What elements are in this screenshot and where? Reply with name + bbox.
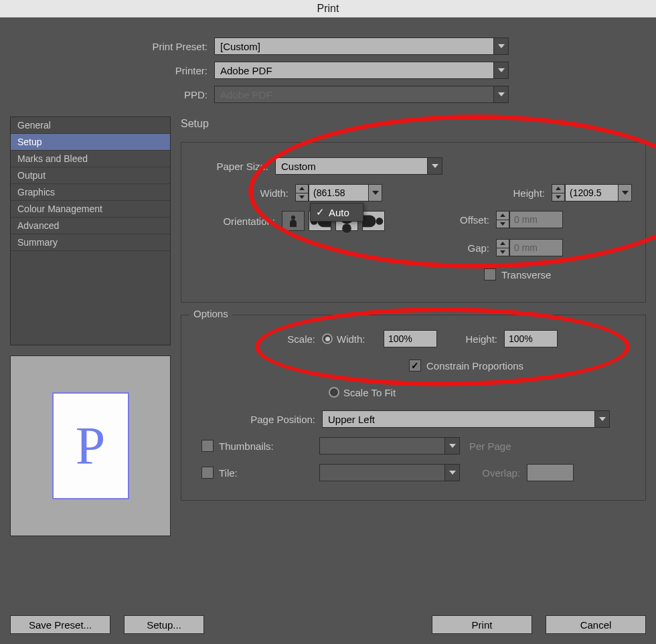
- preview-glyph: P: [76, 416, 106, 477]
- printer-label: Printer:: [27, 65, 214, 76]
- dialog-title: Print: [317, 3, 339, 14]
- header-fields: Print Preset: [Custom] Printer: Adobe PD…: [0, 17, 656, 116]
- transverse-label: Transverse: [501, 269, 551, 280]
- chevron-down-icon: [493, 38, 508, 54]
- constrain-label: Constrain Proportions: [426, 360, 523, 372]
- scale-to-fit-label: Scale To Fit: [343, 387, 396, 398]
- chevron-down-icon: [369, 184, 382, 202]
- chevron-down-icon: [427, 158, 442, 174]
- paper-size-label: Paper Size:: [195, 161, 275, 172]
- tile-checkbox[interactable]: [201, 467, 214, 479]
- overlap-field: [527, 464, 574, 481]
- thumbnails-checkbox[interactable]: [201, 440, 214, 452]
- overlap-label: Overlap:: [460, 467, 527, 479]
- check-icon: [316, 206, 325, 218]
- scale-width-field[interactable]: 100%: [384, 330, 437, 347]
- sidebar-item-colour-mgmt[interactable]: Colour Management: [11, 201, 170, 218]
- offset-spinner[interactable]: [496, 211, 509, 228]
- options-legend: Options: [189, 308, 232, 319]
- ppd-label: PPD:: [27, 89, 214, 100]
- offset-field: 0 mm: [509, 211, 563, 228]
- sidebar-item-advanced[interactable]: Advanced: [11, 218, 170, 234]
- gap-field: 0 mm: [509, 239, 563, 256]
- scale-label: Scale:: [195, 333, 322, 345]
- print-button[interactable]: Print: [432, 615, 532, 634]
- per-page-label: Per Page: [460, 440, 540, 452]
- gap-spinner[interactable]: [496, 239, 509, 256]
- setup-button[interactable]: Setup...: [124, 615, 204, 634]
- scale-height-label: Height:: [437, 333, 504, 345]
- thumbnails-dropdown: [319, 437, 460, 455]
- ppd-dropdown: Adobe PDF: [214, 86, 509, 103]
- chevron-down-icon: [444, 465, 459, 481]
- tile-label: Tile:: [219, 467, 319, 479]
- sidebar-item-marks-bleed[interactable]: Marks and Bleed: [11, 151, 170, 167]
- sidebar-item-graphics[interactable]: Graphics: [11, 184, 170, 201]
- tile-dropdown: [319, 464, 460, 481]
- chevron-down-icon: [619, 184, 632, 202]
- chevron-down-icon: [594, 411, 609, 427]
- transverse-checkbox[interactable]: [484, 268, 496, 280]
- orientation-landscape-right-button[interactable]: [362, 211, 385, 231]
- width-spinner[interactable]: [295, 184, 309, 202]
- printer-dropdown[interactable]: Adobe PDF: [214, 62, 509, 79]
- chevron-down-icon: [493, 62, 508, 78]
- dialog-footer: Save Preset... Setup... Print Cancel: [0, 615, 656, 634]
- title-bar: Print: [0, 0, 656, 17]
- offset-label: Offset:: [429, 214, 496, 226]
- thumbnails-label: Thumbnails:: [219, 440, 319, 452]
- scale-to-fit-radio[interactable]: [329, 387, 339, 398]
- width-auto-popup[interactable]: Auto: [310, 203, 363, 222]
- sidebar-item-output[interactable]: Output: [11, 167, 170, 184]
- orientation-portrait-up-button[interactable]: [282, 211, 305, 231]
- page-position-label: Page Position:: [195, 414, 322, 425]
- svg-point-3: [376, 218, 384, 225]
- page-position-dropdown[interactable]: Upper Left: [322, 410, 610, 428]
- svg-point-0: [291, 216, 295, 220]
- page-preview: P: [10, 355, 171, 536]
- sidebar-item-general[interactable]: General: [11, 117, 170, 134]
- scale-custom-radio[interactable]: [322, 333, 333, 344]
- cancel-button[interactable]: Cancel: [546, 615, 646, 634]
- width-field[interactable]: (861.58: [309, 184, 382, 202]
- gap-label: Gap:: [429, 242, 496, 254]
- scale-width-label: Width:: [337, 333, 384, 345]
- preset-dropdown[interactable]: [Custom]: [214, 37, 509, 55]
- chevron-down-icon: [493, 86, 508, 102]
- section-sidebar: General Setup Marks and Bleed Output Gra…: [10, 116, 171, 345]
- svg-point-2: [342, 224, 351, 234]
- section-title: Setup: [181, 118, 646, 130]
- width-label: Width:: [195, 187, 295, 199]
- height-label: Height:: [485, 187, 552, 199]
- orientation-label: Orientation:: [195, 216, 282, 227]
- preset-label: Print Preset:: [27, 41, 214, 52]
- sidebar-item-summary[interactable]: Summary: [11, 234, 170, 251]
- paper-size-fieldset: Paper Size: Custom Width: (861.58: [181, 142, 646, 303]
- sidebar-item-setup[interactable]: Setup: [11, 134, 170, 151]
- options-fieldset: Options Scale: Width: 100% Height: 100% …: [181, 315, 646, 501]
- constrain-checkbox[interactable]: [409, 359, 421, 372]
- preview-page: P: [52, 392, 129, 499]
- chevron-down-icon: [444, 438, 459, 454]
- paper-size-dropdown[interactable]: Custom: [275, 157, 442, 175]
- height-field[interactable]: (1209.5: [565, 184, 632, 202]
- save-preset-button[interactable]: Save Preset...: [10, 615, 110, 634]
- scale-height-field[interactable]: 100%: [504, 330, 558, 347]
- height-spinner[interactable]: [552, 184, 565, 202]
